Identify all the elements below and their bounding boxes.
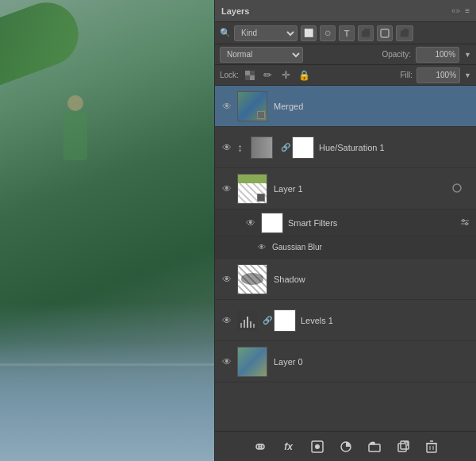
svg-rect-20	[369, 444, 380, 451]
visibility-merged[interactable]: 👁	[220, 99, 234, 113]
smart-filter-icon[interactable]	[377, 25, 393, 41]
pixel-filter-icon[interactable]: ⬜	[301, 25, 317, 41]
fill-label: Fill:	[401, 71, 413, 79]
lock-row: Lock: ✏ ✛ 🔒 Fill: ▼	[215, 65, 476, 86]
visibility-layer0[interactable]: 👁	[220, 355, 234, 369]
panel-footer: fx	[215, 431, 476, 461]
layer-name-merged: Merged	[274, 102, 471, 111]
fill-input[interactable]	[416, 67, 460, 83]
layer-item-layer1[interactable]: 👁 Layer 1	[215, 168, 476, 209]
svg-rect-0	[381, 29, 389, 37]
link-hue-sat-icon: 🔗	[281, 143, 290, 152]
fx-button[interactable]: fx	[280, 438, 298, 455]
visibility-layer1[interactable]: 👁	[220, 182, 234, 196]
lock-brush-icon[interactable]: ✏	[261, 68, 275, 83]
svg-point-9	[466, 222, 468, 225]
layer-name-gaussian-blur: Gaussian Blur	[272, 243, 471, 252]
svg-rect-4	[245, 75, 250, 80]
link-layers-button[interactable]	[251, 438, 269, 455]
opacity-arrow[interactable]: ▼	[464, 51, 471, 59]
panel-collapse-arrows[interactable]: «»	[451, 6, 460, 15]
opacity-input[interactable]	[416, 47, 459, 63]
layer-item-layer0[interactable]: 👁 Layer 0	[215, 341, 476, 382]
layer-thumb-layer0	[237, 347, 267, 377]
layer-thumb-merged	[237, 91, 267, 121]
hue-sat-icon: ↕	[237, 141, 243, 154]
background-photo	[0, 0, 214, 461]
layer-name-shadow: Shadow	[274, 275, 471, 284]
visibility-gaussian-blur[interactable]: 👁	[255, 240, 269, 255]
layer-thumb-hue	[251, 136, 273, 159]
lock-checkerboard-icon[interactable]	[243, 68, 257, 83]
delete-layer-button[interactable]	[423, 438, 440, 455]
visibility-smart-filters[interactable]: 👁	[244, 216, 258, 230]
layer-name-layer1: Layer 1	[274, 184, 471, 194]
adjust-filter-icon[interactable]: ⊙	[320, 25, 336, 41]
layer-mask-hue-sat	[292, 136, 314, 159]
layer-item-gaussian-blur[interactable]: 👁 Gaussian Blur	[215, 236, 476, 259]
panel-menu-button[interactable]: ≡	[465, 6, 470, 15]
svg-rect-3	[250, 71, 255, 75]
svg-rect-11	[240, 323, 242, 328]
smart-filter-settings-icon[interactable]	[460, 217, 470, 229]
svg-point-5	[453, 184, 461, 192]
filter-search-icon: 🔍	[220, 28, 231, 38]
opacity-label: Opacity:	[382, 50, 411, 59]
layer-item-smart-filters[interactable]: 👁 Smart Filters	[215, 209, 476, 236]
lock-label: Lock:	[220, 71, 239, 79]
svg-rect-2	[250, 75, 255, 80]
more-filter-icon[interactable]: ⬛	[396, 25, 413, 41]
panel-title: Layers	[221, 6, 249, 16]
svg-point-8	[463, 219, 465, 221]
smart-object-badge-layer1	[452, 183, 462, 194]
fill-arrow[interactable]: ▼	[464, 71, 471, 79]
layer-name-hue-sat: Hue/Saturation 1	[319, 143, 471, 152]
lock-position-icon[interactable]: ✛	[279, 68, 294, 83]
layer-mask-levels1	[274, 309, 296, 332]
svg-rect-13	[247, 317, 248, 328]
layer-thumb-smart-filters	[261, 213, 283, 233]
layer-item-levels1[interactable]: 👁 🔗 Levels 1	[215, 300, 476, 341]
layer-item-merged[interactable]: 👁 Merged	[215, 86, 476, 127]
layer-thumb-layer1	[237, 174, 267, 204]
blend-mode-row: Normal Opacity: ▼	[215, 44, 476, 65]
shape-filter-icon[interactable]: ⬛	[358, 25, 374, 41]
layer-item-shadow[interactable]: 👁 Shadow	[215, 259, 476, 300]
svg-rect-1	[245, 71, 250, 75]
kind-select[interactable]: Kind	[234, 25, 298, 41]
svg-rect-25	[427, 444, 436, 452]
layers-panel: Layers «» ≡ 🔍 Kind ⬜ ⊙ T ⬛ ⬛ Normal Opac…	[214, 0, 476, 461]
levels-thumb-icon	[237, 310, 258, 331]
filter-row: 🔍 Kind ⬜ ⊙ T ⬛ ⬛	[215, 22, 476, 44]
layer-item-hue-saturation[interactable]: 👁 ↕ 🔗 Hue/Saturation 1	[215, 127, 476, 168]
link-levels1-icon: 🔗	[263, 316, 272, 325]
visibility-shadow[interactable]: 👁	[220, 272, 234, 286]
panel-header: Layers «» ≡	[215, 0, 476, 22]
layers-list[interactable]: 👁 Merged 👁 ↕ 🔗 Hue/Saturation 1 👁	[215, 86, 476, 431]
lock-all-icon[interactable]: 🔒	[298, 68, 312, 83]
blend-mode-select[interactable]: Normal	[220, 47, 303, 63]
new-group-button[interactable]	[366, 438, 383, 455]
visibility-hue-saturation[interactable]: 👁	[220, 140, 234, 155]
type-filter-icon[interactable]: T	[339, 25, 355, 41]
svg-rect-14	[250, 321, 251, 328]
layer-name-smart-filters: Smart Filters	[288, 218, 471, 228]
layer-thumb-shadow	[237, 264, 267, 294]
layer-name-levels1: Levels 1	[301, 316, 471, 325]
svg-point-18	[315, 444, 320, 449]
new-adjustment-button[interactable]	[337, 438, 355, 455]
svg-rect-15	[253, 324, 255, 328]
svg-rect-12	[244, 320, 245, 328]
layer-name-layer0: Layer 0	[274, 357, 471, 367]
new-layer-button[interactable]	[394, 438, 412, 455]
add-mask-button[interactable]	[309, 438, 326, 455]
visibility-levels1[interactable]: 👁	[220, 313, 234, 328]
svg-rect-21	[398, 444, 406, 451]
